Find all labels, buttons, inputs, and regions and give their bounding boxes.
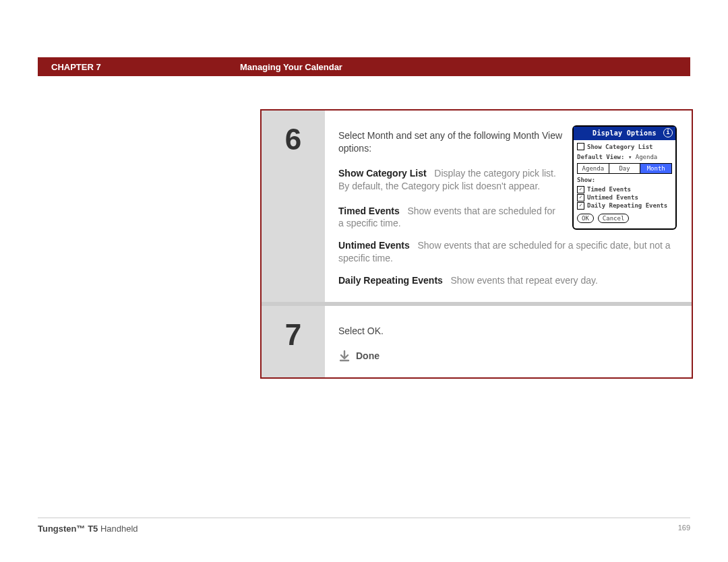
product-bold: Tungsten™ T5 [38, 524, 98, 534]
view-tabs: Agenda Day Month [577, 163, 672, 174]
daily-repeating-checkbox[interactable]: ✓ [577, 202, 584, 210]
step-body: Select Month and set any of the followin… [325, 111, 692, 302]
dialog-title: Display Options [593, 129, 657, 137]
step-7: 7 Select OK. Done [262, 306, 692, 377]
product-name: Tungsten™ T5 Handheld [38, 524, 138, 534]
default-view-label: Default View: [577, 154, 624, 160]
step-text: Select Month and set any of the followin… [338, 129, 563, 230]
step-number: 7 [262, 306, 325, 377]
untimed-events-checkbox[interactable]: ✓ [577, 194, 584, 201]
show-label: Show: [577, 176, 595, 184]
step-body: Select OK. Done [325, 306, 692, 377]
chapter-title: Managing Your Calendar [240, 62, 690, 72]
tab-day[interactable]: Day [609, 163, 641, 174]
product-rest: Handheld [98, 524, 138, 534]
opt-label-timed: Timed Events [338, 206, 400, 216]
page-number: 169 [678, 524, 690, 534]
page-footer: Tungsten™ T5 Handheld 169 [38, 518, 690, 534]
timed-events-checkbox[interactable]: ✓ [577, 186, 584, 193]
done-arrow-icon [338, 350, 351, 362]
done-label: Done [356, 350, 380, 363]
step-block: 6 Select Month and set any of the follow… [260, 109, 693, 379]
timed-events-label: Timed Events [587, 185, 631, 193]
done-row: Done [338, 350, 677, 363]
daily-repeating-label: Daily Repeating Events [587, 201, 667, 210]
display-options-dialog: Display Options i Show Category List Def… [572, 125, 677, 230]
info-icon[interactable]: i [663, 128, 673, 137]
default-view-dropdown[interactable]: ▾ Agenda [628, 153, 657, 161]
ok-button[interactable]: OK [577, 214, 594, 223]
opt-desc-daily: Show events that repeat every day. [451, 275, 598, 286]
step-number: 6 [262, 111, 325, 302]
dialog-title-bar: Display Options i [574, 127, 675, 140]
show-category-label: Show Category List [587, 143, 653, 151]
show-category-checkbox[interactable] [577, 143, 584, 150]
tab-agenda[interactable]: Agenda [577, 163, 609, 174]
step-6: 6 Select Month and set any of the follow… [262, 111, 692, 302]
tab-month[interactable]: Month [640, 163, 672, 174]
chapter-label: CHAPTER 7 [38, 62, 240, 72]
untimed-events-label: Untimed Events [587, 193, 638, 201]
opt-label-daily: Daily Repeating Events [338, 275, 443, 286]
step-text: Select OK. [338, 325, 677, 338]
opt-label-untimed: Untimed Events [338, 240, 410, 251]
step-intro: Select Month and set any of the followin… [338, 129, 563, 155]
default-view-value: Agenda [636, 154, 658, 160]
cancel-button[interactable]: Cancel [598, 214, 630, 223]
chapter-header-bar: CHAPTER 7 Managing Your Calendar [38, 57, 690, 76]
opt-label-show-cat: Show Category List [338, 168, 427, 179]
